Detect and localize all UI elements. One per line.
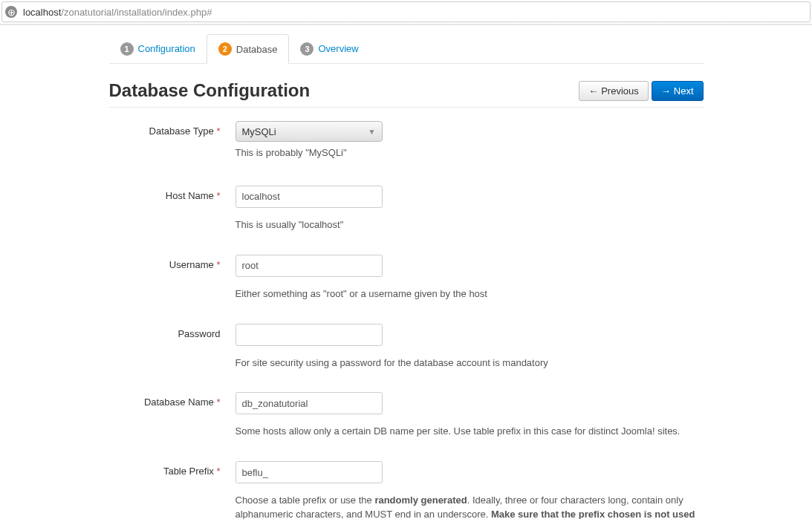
db-type-value: MySQLi <box>242 126 276 137</box>
db-type-select[interactable]: MySQLi ▼ <box>236 121 383 142</box>
step-overview[interactable]: 3 Overview <box>289 35 369 63</box>
site-identity-icon <box>5 6 17 18</box>
step-label: Database <box>236 44 278 55</box>
step-database[interactable]: 2 Database <box>207 34 290 64</box>
step-label: Configuration <box>138 43 195 54</box>
step-number-badge: 2 <box>218 42 232 56</box>
username-help: Either something as "root" or a username… <box>236 287 704 301</box>
password-input[interactable] <box>236 324 383 346</box>
previous-label: Previous <box>601 85 639 97</box>
step-label: Overview <box>318 43 358 54</box>
password-label: Password <box>109 324 236 371</box>
host-label: Host Name * <box>109 186 236 232</box>
url-host: localhost <box>23 7 61 18</box>
db-type-help: This is probably "MySQLi" <box>236 146 704 160</box>
step-number-badge: 3 <box>300 42 314 56</box>
nav-button-group: Previous Next <box>579 81 703 101</box>
url-path: /zonatutorial/installation/index.php# <box>61 7 212 18</box>
db-type-label: Database Type * <box>109 121 236 160</box>
required-star: * <box>214 396 221 408</box>
required-star: * <box>214 466 221 477</box>
page-title: Database Configuration <box>109 80 311 101</box>
arrow-right-icon <box>661 85 671 97</box>
previous-button[interactable]: Previous <box>579 81 649 101</box>
required-star: * <box>214 125 221 137</box>
wizard-steps: 1 Configuration 2 Database 3 Overview <box>109 34 704 64</box>
username-label: Username * <box>109 255 236 301</box>
db-name-input[interactable] <box>236 392 383 414</box>
db-name-help: Some hosts allow only a certain DB name … <box>236 425 704 439</box>
required-star: * <box>214 259 221 270</box>
browser-address-bar[interactable]: localhost/zonatutorial/installation/inde… <box>1 1 811 22</box>
db-name-label: Database Name * <box>109 392 236 439</box>
step-number-badge: 1 <box>120 42 134 56</box>
chevron-down-icon: ▼ <box>368 128 376 136</box>
password-help: For site security using a password for t… <box>236 356 704 371</box>
host-help: This is usually "localhost" <box>236 218 704 232</box>
prefix-input[interactable] <box>236 461 383 483</box>
browser-chrome-divider <box>0 24 812 25</box>
url-text: localhost/zonatutorial/installation/inde… <box>23 7 212 18</box>
next-button[interactable]: Next <box>652 81 704 101</box>
prefix-label: Table Prefix * <box>109 461 236 519</box>
arrow-left-icon <box>588 85 598 97</box>
step-configuration[interactable]: 1 Configuration <box>109 35 207 63</box>
next-label: Next <box>674 85 694 97</box>
username-input[interactable] <box>236 255 383 277</box>
prefix-help: Choose a table prefix or use the randoml… <box>236 494 704 519</box>
required-star: * <box>214 190 221 201</box>
host-input[interactable] <box>236 186 383 208</box>
